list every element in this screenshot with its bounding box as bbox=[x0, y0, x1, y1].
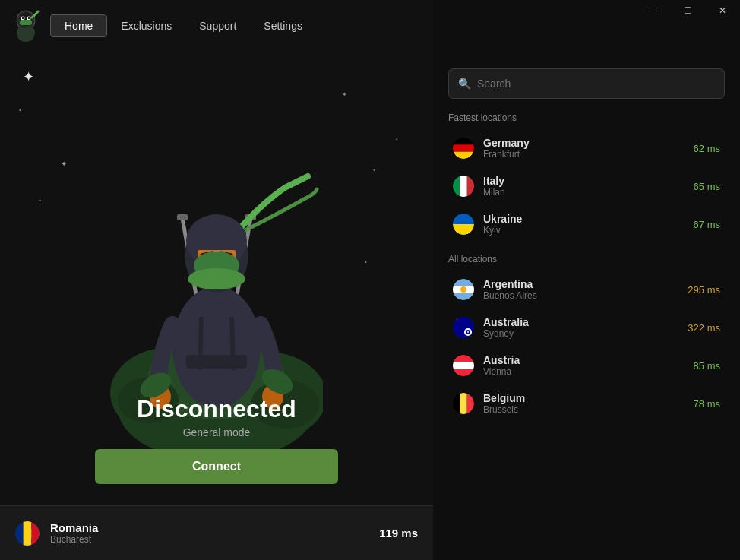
tab-home[interactable]: Home bbox=[50, 14, 107, 37]
location-info: Argentina Buenos Aires bbox=[483, 278, 678, 301]
close-button[interactable]: ✕ bbox=[705, 0, 740, 21]
current-ping: 119 ms bbox=[379, 527, 418, 539]
belgium-flag bbox=[453, 393, 474, 414]
location-city: Buenos Aires bbox=[483, 290, 678, 301]
tab-settings[interactable]: Settings bbox=[250, 15, 316, 36]
svg-point-25 bbox=[188, 268, 245, 289]
austria-flag bbox=[453, 355, 474, 376]
svg-rect-44 bbox=[467, 176, 474, 197]
list-item[interactable]: Australia Sydney 322 ms bbox=[448, 308, 725, 346]
nav: Home Exclusions Support Settings bbox=[8, 8, 316, 44]
svg-rect-53 bbox=[453, 317, 474, 338]
location-ping: 322 ms bbox=[688, 322, 720, 334]
titlebar: — ☐ ✕ bbox=[635, 0, 740, 21]
location-city: Brussels bbox=[483, 404, 685, 415]
location-info: Austria Vienna bbox=[483, 354, 685, 377]
svg-rect-35 bbox=[24, 521, 32, 546]
location-city: Sydney bbox=[483, 328, 678, 339]
svg-rect-34 bbox=[15, 521, 24, 546]
location-city: Vienna bbox=[483, 366, 685, 377]
location-city: Kyiv bbox=[483, 225, 685, 236]
svg-point-57 bbox=[467, 331, 469, 333]
location-ping: 85 ms bbox=[694, 360, 720, 372]
location-info: Germany Frankfurt bbox=[483, 137, 685, 160]
maximize-button[interactable]: ☐ bbox=[670, 0, 705, 21]
location-country: Australia bbox=[483, 316, 678, 328]
svg-line-29 bbox=[232, 317, 233, 370]
location-city: Milan bbox=[483, 187, 685, 198]
list-item[interactable]: Italy Milan 65 ms bbox=[448, 167, 725, 205]
tab-exclusions[interactable]: Exclusions bbox=[107, 15, 185, 36]
location-city: Frankfurt bbox=[483, 149, 685, 160]
svg-rect-39 bbox=[453, 144, 474, 151]
left-panel: Home Exclusions Support Settings ✦ • ✦ ✦… bbox=[0, 0, 433, 560]
list-item[interactable]: Austria Vienna 85 ms bbox=[448, 346, 725, 384]
all-locations-label: All locations bbox=[448, 254, 725, 264]
svg-rect-14 bbox=[177, 214, 188, 220]
ukraine-flag bbox=[453, 214, 474, 235]
status-subtitle: General mode bbox=[137, 426, 296, 438]
svg-rect-47 bbox=[453, 224, 474, 235]
svg-rect-60 bbox=[453, 362, 474, 369]
list-item[interactable]: Argentina Buenos Aires 295 ms bbox=[448, 271, 725, 308]
location-info: Ukraine Kyiv bbox=[483, 213, 685, 236]
australia-flag bbox=[453, 317, 474, 338]
search-container[interactable]: 🔍 bbox=[448, 68, 725, 99]
location-ping: 295 ms bbox=[688, 284, 720, 296]
location-info: Italy Milan bbox=[483, 175, 685, 198]
location-info: Belgium Brussels bbox=[483, 392, 685, 415]
current-country: Romania bbox=[50, 521, 368, 534]
current-location-info: Romania Bucharest bbox=[50, 521, 368, 545]
right-panel: 🔍 Fastest locations Germany Frankfurt 62… bbox=[433, 0, 740, 560]
current-location-flag bbox=[15, 521, 40, 546]
svg-point-17 bbox=[172, 286, 261, 408]
location-country: Ukraine bbox=[483, 213, 685, 225]
location-ping: 62 ms bbox=[694, 143, 720, 154]
search-input[interactable] bbox=[477, 78, 715, 90]
svg-rect-18 bbox=[186, 355, 247, 369]
location-country: Austria bbox=[483, 354, 685, 366]
svg-rect-40 bbox=[453, 152, 474, 159]
current-location-bar[interactable]: Romania Bucharest 119 ms bbox=[0, 505, 433, 560]
svg-point-4 bbox=[22, 17, 24, 19]
current-city: Bucharest bbox=[50, 534, 368, 545]
tab-support[interactable]: Support bbox=[185, 15, 250, 36]
search-icon: 🔍 bbox=[458, 78, 471, 90]
location-ping: 78 ms bbox=[694, 398, 720, 410]
svg-rect-36 bbox=[31, 521, 40, 546]
fastest-locations-label: Fastest locations bbox=[448, 112, 725, 123]
germany-flag bbox=[453, 138, 474, 159]
list-item[interactable]: Belgium Brussels 78 ms bbox=[448, 384, 725, 422]
location-info: Australia Sydney bbox=[483, 316, 678, 339]
svg-rect-43 bbox=[460, 176, 466, 197]
svg-line-28 bbox=[200, 317, 201, 370]
svg-rect-6 bbox=[20, 20, 32, 25]
list-item[interactable]: Germany Frankfurt 62 ms bbox=[448, 129, 725, 167]
svg-point-51 bbox=[460, 286, 466, 293]
italy-flag bbox=[453, 176, 474, 197]
location-country: Germany bbox=[483, 137, 685, 149]
app-logo bbox=[8, 8, 44, 44]
connect-button[interactable]: Connect bbox=[95, 449, 338, 484]
connection-status: Disconnected General mode bbox=[137, 395, 296, 438]
location-ping: 65 ms bbox=[694, 181, 720, 192]
minimize-button[interactable]: — bbox=[635, 0, 670, 21]
list-item[interactable]: Ukraine Kyiv 67 ms bbox=[448, 205, 725, 243]
argentina-flag bbox=[453, 279, 474, 300]
svg-point-5 bbox=[28, 17, 30, 19]
location-ping: 67 ms bbox=[694, 219, 720, 230]
svg-rect-63 bbox=[460, 393, 466, 414]
location-country: Argentina bbox=[483, 278, 678, 290]
status-title: Disconnected bbox=[137, 395, 296, 423]
location-country: Italy bbox=[483, 175, 685, 187]
svg-rect-64 bbox=[467, 393, 474, 414]
location-country: Belgium bbox=[483, 392, 685, 404]
